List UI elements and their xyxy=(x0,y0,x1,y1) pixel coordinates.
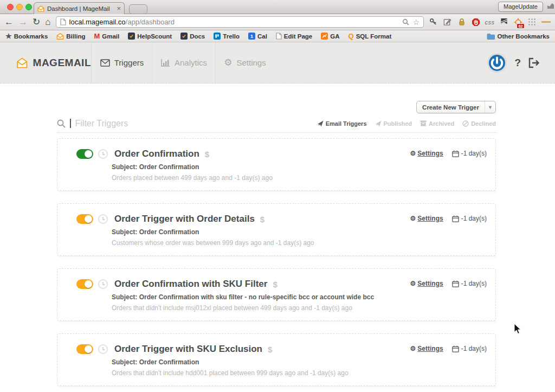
extension-icons: css 62 xyxy=(429,17,551,27)
reload-button[interactable]: ↻ xyxy=(33,17,40,27)
trigger-settings-link[interactable]: ⚙ Settings xyxy=(410,280,443,287)
trigger-subject: Subject: Order Confirmation xyxy=(112,163,486,171)
bookmark-edit-page[interactable]: Edit Page xyxy=(276,33,312,40)
extension-badge: 62 xyxy=(517,23,525,29)
minimize-window-button[interactable] xyxy=(16,4,23,10)
flag-extension-icon[interactable] xyxy=(499,17,508,27)
browser-window: Dashboard | MageMail × MageUpdate ← → ↻ … xyxy=(0,0,555,392)
trigger-card: Order Confirmation with SKU Filter $ Sub… xyxy=(57,268,496,321)
url-host: local.magemail.co xyxy=(69,18,126,26)
revenue-icon: $ xyxy=(260,215,264,224)
page-icon xyxy=(60,18,66,25)
bookmark-label: Edit Page xyxy=(284,33,312,40)
new-tab-button[interactable] xyxy=(129,4,147,14)
chrome-menu-button[interactable] xyxy=(541,17,551,27)
trigger-description: Orders placed between 499 days ago and -… xyxy=(112,174,486,182)
nav-triggers[interactable]: Triggers xyxy=(91,42,152,83)
magemail-logo-icon xyxy=(16,54,28,72)
help-button[interactable]: ? xyxy=(514,57,521,69)
key-extension-icon[interactable] xyxy=(429,17,438,27)
trigger-title[interactable]: Order Trigger with SKU Exclusion xyxy=(114,344,262,355)
trigger-enabled-toggle[interactable] xyxy=(76,149,93,159)
helpscout-icon xyxy=(128,33,135,40)
forward-button[interactable]: → xyxy=(18,17,28,27)
trigger-card: Order Trigger with SKU Exclusion $ Subje… xyxy=(57,333,496,386)
app-header: MAGEMAIL Triggers Analytics ⚙ Settings xyxy=(0,42,555,83)
filter-published[interactable]: Published xyxy=(375,120,412,127)
zoom-window-button[interactable] xyxy=(25,4,32,10)
nav-label: Analytics xyxy=(175,58,207,67)
trigger-settings-link[interactable]: ⚙ Settings xyxy=(410,345,443,352)
bookmarks-bar: ★ Bookmarks Billing M Gmail HelpScount D… xyxy=(0,30,555,42)
search-icon[interactable] xyxy=(402,18,409,25)
trigger-title[interactable]: Order Confirmation with SKU Filter xyxy=(114,279,267,290)
nav-analytics[interactable]: Analytics xyxy=(152,42,215,83)
bookmark-gmail[interactable]: M Gmail xyxy=(94,32,119,40)
tab-close-button[interactable]: × xyxy=(117,5,121,12)
archive-box-icon xyxy=(420,120,427,126)
trigger-title[interactable]: Order Trigger with Order Details xyxy=(114,214,255,224)
trigger-description: Orders that didn't include hdd001 placed… xyxy=(112,369,486,377)
create-new-trigger-button[interactable]: Create New Trigger ▼ xyxy=(416,101,496,113)
bookmark-helpscout[interactable]: HelpScount xyxy=(128,33,172,40)
home-button[interactable]: ⌂ xyxy=(45,17,50,27)
target-extension-icon[interactable]: 62 xyxy=(513,17,522,27)
address-bar[interactable]: local.magemail.co/app/dashboard ☆ xyxy=(56,16,424,28)
grid-extension-icon[interactable] xyxy=(527,17,537,27)
bookmark-docs[interactable]: Docs xyxy=(180,33,205,40)
nav-settings[interactable]: ⚙ Settings xyxy=(215,42,274,83)
nav-label: Settings xyxy=(237,58,266,67)
power-status-icon[interactable] xyxy=(487,53,507,73)
bookmark-sql-format[interactable]: Q SQL Format xyxy=(349,32,392,40)
trigger-enabled-toggle[interactable] xyxy=(76,344,93,354)
sign-out-icon[interactable] xyxy=(528,57,540,68)
trigger-enabled-toggle[interactable] xyxy=(76,214,93,224)
filter-declined[interactable]: Declined xyxy=(462,120,496,127)
magemail-logo[interactable]: MAGEMAIL xyxy=(0,42,91,83)
clock-icon xyxy=(98,344,108,354)
settings-label: Settings xyxy=(417,150,443,157)
bookmark-label: GA xyxy=(330,33,339,40)
browser-toolbar: ← → ↻ ⌂ local.magemail.co/app/dashboard … xyxy=(0,14,555,30)
browser-tab[interactable]: Dashboard | MageMail × xyxy=(34,2,125,14)
filter-archived[interactable]: Archived xyxy=(420,120,454,127)
text-caret xyxy=(70,119,71,128)
background-window-button[interactable]: MageUpdate xyxy=(498,2,543,12)
dashboard-content: Create New Trigger ▼ Filter Triggers Ema… xyxy=(0,83,555,392)
trigger-filter-input[interactable]: Filter Triggers xyxy=(57,119,128,128)
gmail-icon: M xyxy=(94,32,100,40)
ga-icon xyxy=(321,33,328,40)
note-extension-icon[interactable] xyxy=(443,17,452,27)
page-icon xyxy=(276,33,282,40)
bookmark-star-icon[interactable]: ☆ xyxy=(412,18,420,27)
trigger-description: Orders that didn't include msj012xl plac… xyxy=(112,304,486,312)
close-window-button[interactable] xyxy=(7,4,14,10)
trigger-settings-link[interactable]: ⚙ Settings xyxy=(410,215,443,222)
filter-email-triggers[interactable]: Email Triggers xyxy=(317,120,367,127)
clock-icon xyxy=(98,149,108,159)
back-button[interactable]: ← xyxy=(4,17,14,27)
other-bookmarks-button[interactable]: Other Bookmarks xyxy=(487,33,550,40)
bookmark-ga[interactable]: GA xyxy=(321,33,339,40)
bookmark-trello[interactable]: Trello xyxy=(214,33,240,40)
revenue-icon: $ xyxy=(268,345,272,354)
lock-extension-icon[interactable] xyxy=(457,17,466,27)
days-label: -1 day(s) xyxy=(461,345,487,352)
days-label: -1 day(s) xyxy=(461,150,487,157)
trigger-settings-link[interactable]: ⚙ Settings xyxy=(410,150,443,157)
trigger-title[interactable]: Order Confirmation xyxy=(114,149,199,159)
days-label: -1 day(s) xyxy=(461,280,487,287)
trigger-enabled-toggle[interactable] xyxy=(76,279,93,289)
css-extension-icon[interactable]: css xyxy=(485,17,494,27)
bookmark-label: Billing xyxy=(66,33,85,40)
bookmark-billing[interactable]: Billing xyxy=(56,33,85,40)
revenue-icon: $ xyxy=(273,280,277,289)
bookmark-cal[interactable]: 1 Cal xyxy=(248,33,267,40)
trigger-subject: Subject: Order Confirmation xyxy=(112,358,486,366)
filter-placeholder-text: Filter Triggers xyxy=(75,119,128,128)
block-extension-icon[interactable] xyxy=(471,17,480,27)
settings-label: Settings xyxy=(417,280,443,287)
bookmark-bookmarks[interactable]: ★ Bookmarks xyxy=(5,32,48,40)
trigger-subject: Subject: Order Confirmation xyxy=(112,228,486,236)
circle-slash-icon xyxy=(462,120,469,127)
